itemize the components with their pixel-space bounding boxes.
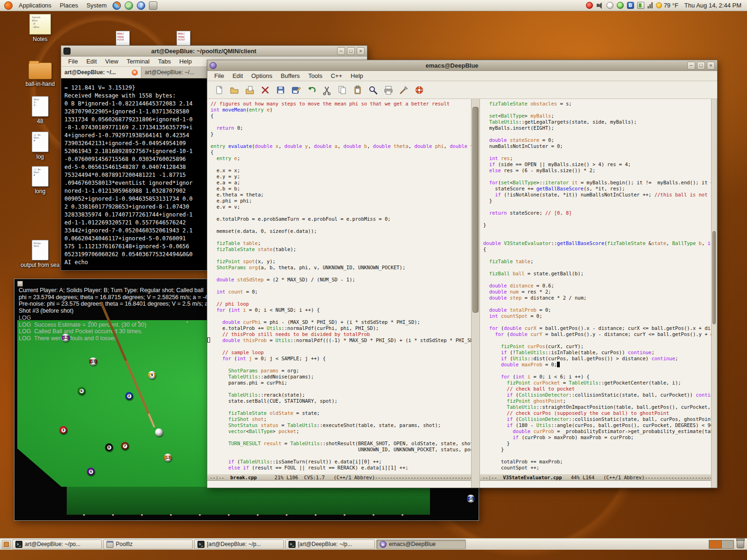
taskbar-item-art-deepblue-po-[interactable]: >_art@DeepBlue: ~/po...: [12, 539, 102, 549]
desktop-icon-long[interactable]: // ReShot# long: [13, 166, 67, 195]
updates-tray-icon[interactable]: [617, 2, 624, 9]
code-line: int res;: [483, 155, 711, 161]
workspace-1[interactable]: [709, 540, 721, 548]
help-icon[interactable]: [412, 83, 426, 97]
menu-view[interactable]: View: [101, 56, 122, 66]
firefox-launcher-icon[interactable]: [113, 1, 121, 10]
desktop-icon-48[interactable]: Shot1:2: 48: [13, 96, 67, 125]
undo-icon[interactable]: [304, 83, 318, 97]
taskbar-item--art-deepblue-p-[interactable]: >_[art@DeepBlue: ~/p...: [194, 539, 284, 549]
bluetooth-icon[interactable]: B: [627, 2, 634, 9]
system-tray: B 79 °F Thu Aug 14, 2:44 PM: [586, 2, 744, 9]
code-line: // sample loop: [211, 350, 471, 356]
tab-close-icon[interactable]: ✕: [132, 70, 138, 76]
desktop-icon-ball-in-hand[interactable]: ball-in-hand: [13, 60, 67, 87]
code-line: [483, 234, 711, 240]
menu-terminal[interactable]: Terminal: [122, 56, 154, 66]
close-button[interactable]: ×: [707, 62, 715, 70]
trash-icon[interactable]: [737, 540, 744, 548]
emacs-titlebar[interactable]: emacs@DeepBlue − □ ×: [207, 60, 717, 71]
terminal-titlebar[interactable]: art@DeepBlue: ~/poolfiz/QMIN/client − □ …: [61, 46, 367, 56]
taskbar-item--art-deepblue-p-[interactable]: >_[art@DeepBlue: ~/p...: [285, 539, 375, 549]
code-line: // phi loop: [211, 301, 471, 307]
code-line: double thisProb = Utils::normalPdf(((-1)…: [211, 337, 471, 343]
save-icon[interactable]: [274, 83, 288, 97]
copy-icon[interactable]: [335, 83, 349, 97]
code-line: if (side == OPEN || myBalls.size() > 4) …: [483, 161, 711, 168]
menu-edit[interactable]: Edit: [82, 56, 101, 66]
top-panel: Applications Places System ? B 79 °F Thu…: [0, 0, 747, 11]
search-icon[interactable]: [366, 83, 380, 97]
code-line: params.phi = curPhi;: [211, 380, 471, 386]
terminal-tab-1[interactable]: art@DeepBlue: ~/... ✕: [61, 67, 141, 78]
scrollbar-thumb[interactable]: [472, 107, 479, 313]
code-line: for (int j = 0; j < SAMPLE; j ++) {: [211, 356, 471, 362]
menu-system[interactable]: System: [83, 0, 110, 10]
cut-icon[interactable]: [320, 83, 334, 97]
new-file-icon[interactable]: [212, 83, 226, 97]
menu-file[interactable]: File: [64, 56, 82, 66]
distro-logo-icon[interactable]: [4, 1, 13, 10]
menu-options[interactable]: Options: [247, 71, 276, 81]
menu-buffers[interactable]: Buffers: [276, 71, 304, 81]
battery-icon[interactable]: [637, 2, 644, 9]
window-list-taskbar: >_art@DeepBlue: ~/po...Poolfiz>_[art@Dee…: [0, 538, 747, 550]
desktop-icon-log[interactable]: // HiShot# log: [13, 132, 67, 160]
browser-launcher-icon[interactable]: [125, 1, 133, 10]
window-menu-icon[interactable]: [17, 281, 23, 287]
terminal-icon: >_: [15, 541, 22, 548]
minimize-button[interactable]: −: [687, 62, 695, 70]
dired-icon[interactable]: [243, 83, 257, 97]
print-icon[interactable]: [381, 83, 395, 97]
code-line: // thisProb still needs to be divided by…: [211, 331, 471, 337]
right-pane-scrollbar[interactable]: [711, 99, 717, 488]
terminal-icon: >_: [197, 541, 204, 548]
left-pane-scrollbar[interactable]: [471, 99, 480, 488]
ball-12: 12: [62, 334, 70, 342]
network-signal-icon[interactable]: [648, 2, 653, 8]
help-launcher-icon[interactable]: ?: [137, 1, 145, 10]
code-line: [211, 343, 471, 350]
save-as-icon[interactable]: [289, 83, 303, 97]
code-line: entry e;: [211, 155, 471, 161]
log-line: LOG Success Estimate = 100 percent. (30 …: [19, 322, 146, 329]
close-button[interactable]: ×: [357, 47, 365, 55]
open-folder-icon[interactable]: [227, 83, 241, 97]
code-line: fizTable table;: [483, 259, 711, 265]
taskbar-item-emacs-deepblue[interactable]: eemacs@DeepBlue: [376, 539, 466, 549]
screenshot-launcher-icon[interactable]: [149, 1, 157, 10]
code-area-right[interactable]: fizTableState obstacles = s; set<BallTyp…: [480, 99, 711, 474]
record-tray-icon[interactable]: [586, 2, 593, 9]
code-line: fizPoint ghostPoint;: [483, 398, 711, 404]
code-line: }: [483, 441, 711, 447]
menu-applications[interactable]: Applications: [15, 0, 55, 10]
desktop-icon-output-from-sea[interactable]: OutpuShot output from sea: [13, 240, 67, 268]
menu-edit[interactable]: Edit: [228, 71, 247, 81]
maximize-button[interactable]: □: [697, 62, 705, 70]
menu-help[interactable]: Help: [346, 71, 367, 81]
paste-icon[interactable]: [351, 83, 365, 97]
menu-tabs[interactable]: Tabs: [154, 56, 175, 66]
code-area-left[interactable]: // figures out how many steps to move th…: [207, 99, 471, 474]
scrollbar-thumb[interactable]: [712, 231, 716, 324]
text-cursor: [207, 337, 210, 343]
workspace-2[interactable]: [721, 540, 733, 548]
menu-places[interactable]: Places: [56, 0, 82, 10]
taskbar-item-poolfiz[interactable]: Poolfiz: [103, 539, 193, 549]
volume-icon[interactable]: [596, 2, 603, 9]
menu-c-[interactable]: C++: [326, 71, 346, 81]
customize-icon[interactable]: [397, 83, 411, 97]
weather-applet[interactable]: 79 °F: [656, 2, 678, 9]
workspace-switcher[interactable]: [709, 540, 734, 549]
desktop-icon-notes[interactable]: Somet-Whe- If- Whe Notes: [13, 14, 67, 42]
maximize-button[interactable]: □: [347, 47, 355, 55]
clock-applet[interactable]: Thu Aug 14, 2:44 PM: [682, 2, 744, 9]
menu-help[interactable]: Help: [175, 56, 196, 66]
minimize-button[interactable]: −: [337, 47, 345, 55]
code-line: state.setBall(CUE, STATIONARY, spot);: [211, 398, 471, 404]
service-tray-icon[interactable]: [606, 2, 613, 9]
menu-tools[interactable]: Tools: [304, 71, 326, 81]
menu-file[interactable]: File: [210, 71, 228, 81]
kill-buffer-icon[interactable]: [258, 83, 272, 97]
show-desktop-button[interactable]: [2, 540, 11, 549]
